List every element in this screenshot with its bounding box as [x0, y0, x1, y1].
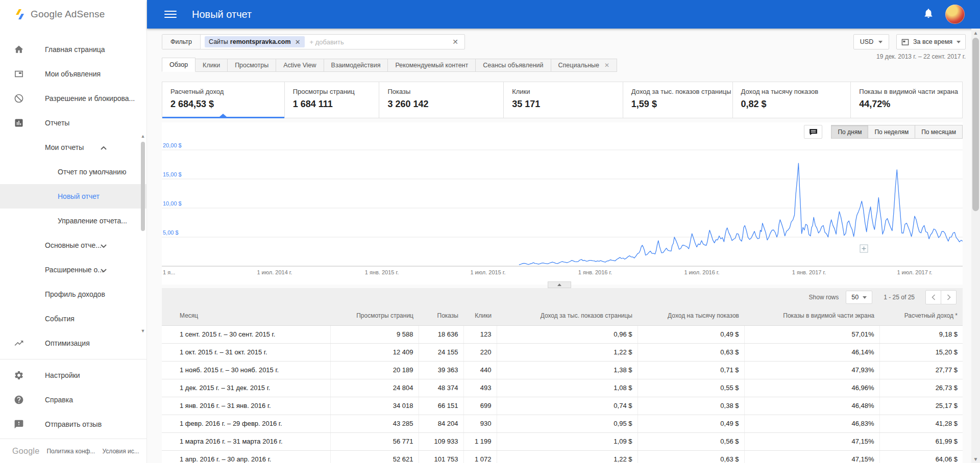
sidebar-item-label: Отчет по умолчанию [58, 168, 126, 176]
table-controls: Show rows 50 1 - 25 of 25 [162, 288, 963, 306]
sidebar-item-advanced-reports[interactable]: Расширенные о... [0, 258, 146, 282]
col-header-clicks[interactable]: Клики [463, 306, 497, 325]
sidebar-item-my-reports[interactable]: Мои отчеты [0, 135, 146, 160]
sidebar-item-events[interactable]: События [0, 306, 146, 331]
sidebar-item-help[interactable]: Справка [0, 388, 146, 412]
sidebar-scroll-thumb[interactable] [141, 142, 145, 231]
scroll-down-icon[interactable]: ▼ [140, 328, 145, 333]
earnings-line-chart[interactable]: 20,00 $ 15,00 $ 10,00 $ 5,00 $ 1 я... 1 … [162, 143, 963, 280]
sidebar-item-my-ads[interactable]: Мои объявления [0, 62, 146, 86]
col-header-viewability[interactable]: Показы в видимой части экрана [744, 306, 879, 325]
cell: 0,38 $ [638, 397, 744, 415]
comment-icon [809, 128, 818, 136]
cell: 493 [463, 379, 497, 397]
toggle-by-day[interactable]: По дням [831, 125, 868, 139]
sidebar-item-manage-reports[interactable]: Управление отчета... [0, 209, 146, 233]
privacy-link[interactable]: Политика конф... [46, 448, 95, 455]
cell: 0,71 $ [638, 361, 744, 379]
calendar-icon [901, 38, 909, 46]
annotations-button[interactable] [804, 125, 822, 139]
metric-value: 3 260 142 [387, 99, 503, 110]
tab-ad-sessions[interactable]: Сеансы объявлений [475, 59, 551, 72]
collapse-chart-button[interactable] [548, 281, 571, 288]
sidebar-item-basic-reports[interactable]: Основные отче... [0, 233, 146, 258]
help-icon [13, 394, 24, 405]
monthly-report-table: Месяц Просмотры страниц Показы Клики Дох… [162, 306, 963, 463]
toggle-by-week[interactable]: По неделям [868, 125, 915, 139]
metric-card-impressions[interactable]: Показы 3 260 142 [379, 82, 504, 118]
currency-dropdown[interactable]: USD [853, 34, 889, 49]
next-page-button[interactable] [941, 290, 957, 304]
filter-clear-icon[interactable]: ✕ [452, 38, 458, 46]
sidebar-item-reports[interactable]: Отчеты [0, 111, 146, 135]
scroll-thumb[interactable] [972, 38, 979, 211]
sidebar-item-feedback[interactable]: Отправить отзыв [0, 412, 146, 436]
cell: 0,95 $ [497, 415, 638, 432]
cell: 61,99 $ [879, 432, 963, 450]
cell: 1,08 $ [497, 379, 638, 397]
filter-bar[interactable]: Фильтр Сайты remontspravka.com ✕ + добав… [162, 34, 465, 49]
metric-card-estimated-earnings[interactable]: Расчетный доход 2 684,53 $ [162, 82, 285, 118]
adsense-logo[interactable]: Google AdSense [0, 0, 146, 29]
metric-card-viewability[interactable]: Показы в видимой части экрана 44,72% [851, 82, 962, 118]
cell: 34 018 [330, 397, 419, 415]
cell-month: 1 окт. 2015 г. – 31 окт. 2015 г. [162, 343, 330, 361]
col-header-month[interactable]: Месяц [162, 306, 330, 325]
rows-per-page-select[interactable]: 50 [846, 291, 872, 304]
sidebar-item-home[interactable]: Главная страница [0, 37, 146, 62]
scroll-down-icon[interactable]: ▼ [971, 455, 980, 463]
tab-clicks[interactable]: Клики [195, 59, 228, 72]
cell-month: 1 сент. 2015 г. – 30 сент. 2015 г. [162, 325, 330, 343]
tab-interactions[interactable]: Взаимодействия [324, 59, 388, 72]
prev-page-button[interactable] [925, 290, 941, 304]
terms-link[interactable]: Условия ис... [102, 448, 139, 455]
tab-overview[interactable]: Обзор [162, 58, 195, 72]
site-filter-chip[interactable]: Сайты remontspravka.com ✕ [205, 36, 305, 47]
scroll-up-icon[interactable]: ▲ [971, 29, 980, 37]
metric-card-page-rpm[interactable]: Доход за тыс. показов страницы 1,59 $ [623, 82, 733, 118]
page-scrollbar[interactable]: ▲ ▼ [971, 29, 980, 463]
chevron-down-icon [101, 265, 107, 274]
col-header-page-views[interactable]: Просмотры страниц [330, 306, 419, 325]
sidebar-item-default-report[interactable]: Отчет по умолчанию [0, 160, 146, 184]
gear-icon [13, 370, 24, 381]
date-range-text: 19 дек. 2013 г. – 22 сент. 2017 г. [876, 53, 966, 60]
sidebar-item-label: Настройки [45, 371, 80, 379]
tab-custom[interactable]: Специальные✕ [551, 59, 618, 72]
sidebar-item-settings[interactable]: Настройки [0, 363, 146, 388]
sidebar-item-label: Основные отче... [45, 241, 102, 249]
cell: 1,22 $ [497, 450, 638, 463]
col-header-impression-rpm[interactable]: Доход на тысячу показов [638, 306, 744, 325]
filter-label: Фильтр [162, 35, 201, 49]
toggle-by-month[interactable]: По месяцам [915, 125, 963, 139]
user-avatar[interactable] [945, 5, 965, 24]
pagination-range: 1 - 25 of 25 [884, 294, 915, 301]
sidebar-item-new-report[interactable]: Новый отчет [0, 184, 146, 209]
metric-card-impression-rpm[interactable]: Доход на тысячу показов 0,82 $ [733, 82, 851, 118]
metric-card-clicks[interactable]: Клики 35 171 [504, 82, 623, 118]
col-header-impressions[interactable]: Показы [419, 306, 463, 325]
tab-active-view[interactable]: Active View [276, 59, 324, 72]
tab-recommended-content[interactable]: Рекомендуемый контент [387, 59, 476, 72]
col-header-page-rpm[interactable]: Доход за тыс. показов страницы [497, 306, 638, 325]
date-range-dropdown[interactable]: За все время [896, 34, 966, 49]
trending-up-icon [13, 338, 24, 349]
cell: 220 [463, 343, 497, 361]
tab-label: Рекомендуемый контент [395, 62, 468, 69]
chip-close-icon[interactable]: ✕ [295, 38, 301, 46]
tab-close-icon[interactable]: ✕ [604, 62, 609, 69]
notifications-bell-icon[interactable] [923, 8, 934, 21]
menu-icon[interactable] [164, 9, 177, 20]
scroll-up-icon[interactable]: ▲ [140, 134, 145, 139]
sidebar-item-label: Расширенные о... [45, 266, 104, 274]
col-header-estimated-earnings[interactable]: Расчетный доход * [879, 306, 963, 325]
tab-views[interactable]: Просмотры [227, 59, 276, 72]
sidebar-scrollbar[interactable]: ▲ ▼ [140, 134, 145, 333]
sidebar-item-revenue-profile[interactable]: Профиль доходов [0, 282, 146, 306]
metric-card-page-views[interactable]: Просмотры страниц 1 684 111 [285, 82, 380, 118]
add-filter-placeholder[interactable]: + добавить [310, 38, 344, 46]
sidebar-item-optimization[interactable]: Оптимизация [0, 331, 146, 355]
x-tick: 1 янв. 2016 г. [578, 269, 612, 275]
y-tick: 10,00 $ [163, 200, 182, 207]
sidebar-item-blocking[interactable]: Разрешение и блокирова... [0, 86, 146, 111]
